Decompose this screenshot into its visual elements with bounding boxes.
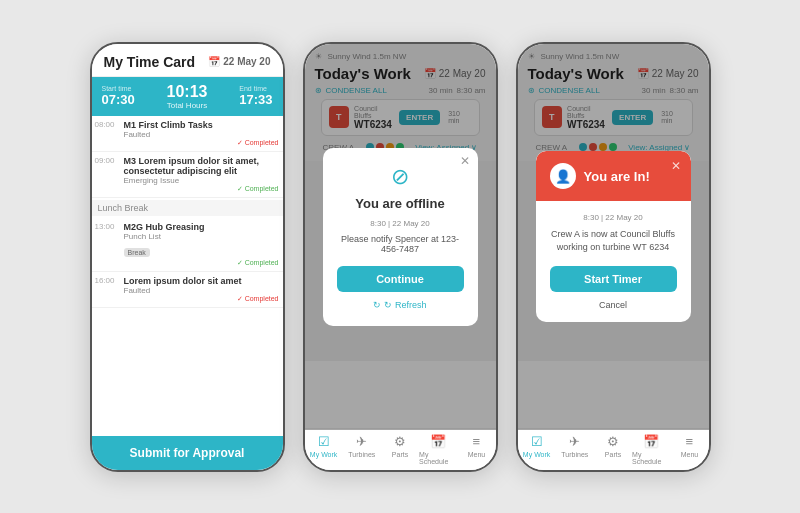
refresh-icon: ↻ <box>373 300 381 310</box>
offline-date: 8:30 | 22 May 20 <box>337 219 464 228</box>
nav-turbines-3[interactable]: ✈ Turbines <box>556 434 594 465</box>
nav-parts-2[interactable]: ⚙ Parts <box>381 434 419 465</box>
nav-parts-icon-3: ⚙ <box>607 434 619 449</box>
nav-turbines-icon-2: ✈ <box>356 434 367 449</box>
end-time-block: End time 17:33 <box>239 85 272 107</box>
task-row: 13:00M2G Hub GreasingPunch ListBreak✓ Co… <box>92 218 283 272</box>
checkin-modal: 👤 You are In! ✕ 8:30 | 22 May 20 Crew A … <box>536 151 691 321</box>
task-status: ✓ Completed <box>124 295 279 303</box>
total-time-block: 10:13 Total Hours <box>167 83 208 110</box>
offline-title: You are offline <box>337 196 464 211</box>
nav-mywork-2[interactable]: ☑ My Work <box>305 434 343 465</box>
checkin-date: 8:30 | 22 May 20 <box>550 213 677 222</box>
task-subtitle: Punch List <box>124 232 279 241</box>
nav-menu-2[interactable]: ≡ Menu <box>457 434 495 465</box>
modal-close-button-2[interactable]: ✕ <box>460 154 470 168</box>
bottom-nav-2: ☑ My Work ✈ Turbines ⚙ Parts 📅 My Schedu… <box>305 428 496 470</box>
timecard-date: 📅 22 May 20 <box>208 56 270 67</box>
task-name: M2G Hub Greasing <box>124 222 279 232</box>
nav-schedule-2[interactable]: 📅 My Schedule <box>419 434 457 465</box>
start-timer-button[interactable]: Start Timer <box>550 266 677 292</box>
nav-schedule-3[interactable]: 📅 My Schedule <box>632 434 670 465</box>
nav-menu-icon-3: ≡ <box>686 434 694 449</box>
phone-work-offline: ☀ Sunny Wind 1.5m NW Today's Work 📅 22 M… <box>303 42 498 472</box>
timecard-header: My Time Card 📅 22 May 20 <box>92 44 283 77</box>
time-banner: Start time 07:30 10:13 Total Hours End t… <box>92 77 283 116</box>
task-row: 16:00Lorem ipsum dolor sit ametFaulted✓ … <box>92 272 283 308</box>
checkin-message: Crew A is now at Council Bluffs working … <box>550 228 677 253</box>
calendar-icon: 📅 <box>208 56 220 67</box>
continue-button[interactable]: Continue <box>337 266 464 292</box>
nav-menu-icon-2: ≡ <box>473 434 481 449</box>
task-list: 08:00M1 First Climb TasksFaulted✓ Comple… <box>92 116 283 432</box>
nav-mywork-3[interactable]: ☑ My Work <box>518 434 556 465</box>
nav-parts-3[interactable]: ⚙ Parts <box>594 434 632 465</box>
checkin-modal-overlay: 👤 You are In! ✕ 8:30 | 22 May 20 Crew A … <box>518 44 709 430</box>
timecard-title: My Time Card <box>104 54 196 70</box>
checkin-person-icon: 👤 <box>550 163 576 189</box>
task-name: M1 First Climb Tasks <box>124 120 279 130</box>
task-status: ✓ Completed <box>124 259 279 267</box>
nav-turbines-icon-3: ✈ <box>569 434 580 449</box>
refresh-button[interactable]: ↻ ↻ Refresh <box>337 300 464 310</box>
offline-modal-overlay: ✕ ⊘ You are offline 8:30 | 22 May 20 Ple… <box>305 44 496 430</box>
task-subtitle: Faulted <box>124 130 279 139</box>
task-name: Lorem ipsum dolor sit amet <box>124 276 279 286</box>
nav-mywork-icon-2: ☑ <box>318 434 330 449</box>
phone-timecard: My Time Card 📅 22 May 20 Start time 07:3… <box>90 42 285 472</box>
nav-menu-3[interactable]: ≡ Menu <box>670 434 708 465</box>
offline-modal: ✕ ⊘ You are offline 8:30 | 22 May 20 Ple… <box>323 148 478 326</box>
checkin-header: 👤 You are In! ✕ <box>536 151 691 201</box>
start-time-block: Start time 07:30 <box>102 85 135 107</box>
task-status: ✓ Completed <box>124 139 279 147</box>
lunch-break: Lunch Break <box>92 200 283 216</box>
task-name: M3 Lorem ipsum dolor sit amet, consectet… <box>124 156 279 176</box>
nav-turbines-2[interactable]: ✈ Turbines <box>343 434 381 465</box>
checkin-body: 8:30 | 22 May 20 Crew A is now at Counci… <box>536 201 691 321</box>
nav-parts-icon-2: ⚙ <box>394 434 406 449</box>
task-subtitle: Faulted <box>124 286 279 295</box>
cancel-button-3[interactable]: Cancel <box>550 300 677 310</box>
break-badge: Break <box>124 248 150 257</box>
task-subtitle: Emerging Issue <box>124 176 279 185</box>
bottom-nav-3: ☑ My Work ✈ Turbines ⚙ Parts 📅 My Schedu… <box>518 428 709 470</box>
task-row: 09:00M3 Lorem ipsum dolor sit amet, cons… <box>92 152 283 198</box>
checkin-title: You are In! <box>584 169 650 184</box>
checkin-close-button[interactable]: ✕ <box>671 159 681 173</box>
task-row: 08:00M1 First Climb TasksFaulted✓ Comple… <box>92 116 283 152</box>
nav-schedule-icon-3: 📅 <box>643 434 659 449</box>
nav-mywork-icon-3: ☑ <box>531 434 543 449</box>
offline-icon: ⊘ <box>337 164 464 190</box>
offline-message: Please notify Spencer at 123-456-7487 <box>337 234 464 254</box>
task-status: ✓ Completed <box>124 185 279 193</box>
submit-approval-button[interactable]: Submit for Approval <box>92 436 283 470</box>
nav-schedule-icon-2: 📅 <box>430 434 446 449</box>
phone-work-checkin: ☀ Sunny Wind 1.5m NW Today's Work 📅 22 M… <box>516 42 711 472</box>
